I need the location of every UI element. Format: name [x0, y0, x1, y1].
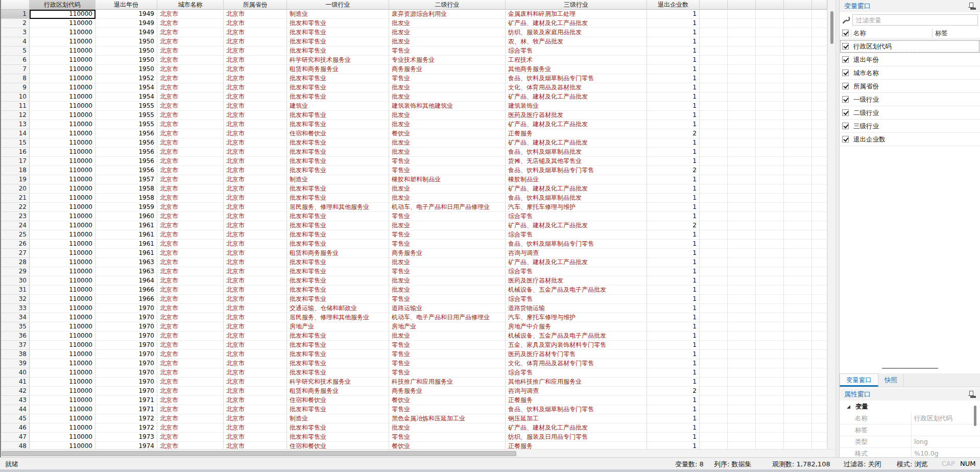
- row-number[interactable]: 42: [0, 387, 30, 396]
- cell-province[interactable]: 北京市: [224, 111, 287, 120]
- cell-industry1[interactable]: 批发和零售业: [287, 83, 389, 92]
- cell-exit_count[interactable]: 1: [647, 184, 700, 194]
- row-number[interactable]: 10: [0, 92, 30, 102]
- col-header-province[interactable]: 所属省份: [224, 0, 287, 10]
- cell-year[interactable]: 1950: [95, 56, 157, 65]
- row-number[interactable]: 32: [0, 295, 30, 304]
- cell-province[interactable]: 北京市: [224, 249, 287, 258]
- variable-row[interactable]: 行政区划代码: [840, 40, 980, 53]
- cell-industry1[interactable]: 租赁和商务服务业: [287, 249, 389, 258]
- cell-industry2[interactable]: 批发业: [389, 221, 506, 230]
- cell-industry3[interactable]: 综合零售: [506, 230, 647, 240]
- cell-province[interactable]: 北京市: [224, 295, 287, 304]
- row-number[interactable]: 41: [0, 377, 30, 387]
- cell-code[interactable]: 110000: [30, 240, 95, 249]
- cell-industry1[interactable]: 批发和零售业: [287, 19, 389, 28]
- cell-code[interactable]: 110000: [30, 157, 95, 166]
- cell-industry2[interactable]: 建筑装饰和其他建筑业: [389, 102, 506, 111]
- row-number[interactable]: 2: [0, 19, 30, 28]
- row-number[interactable]: 46: [0, 423, 30, 433]
- cell-industry2[interactable]: 批发业: [389, 258, 506, 267]
- cell-city[interactable]: 北京市: [157, 129, 224, 138]
- cell-industry2[interactable]: 房地产业: [389, 322, 506, 332]
- cell-city[interactable]: 北京市: [157, 423, 224, 433]
- cell-exit_count[interactable]: 1: [647, 396, 700, 405]
- cell-industry2[interactable]: 批发业: [389, 111, 506, 120]
- cell-exit_count[interactable]: 1: [647, 276, 700, 286]
- cell-industry3[interactable]: 食品、饮料及烟草制品专门零售: [506, 240, 647, 249]
- cell-industry2[interactable]: 零售业: [389, 405, 506, 414]
- cell-industry1[interactable]: 批发和零售业: [287, 28, 389, 37]
- row-number[interactable]: 36: [0, 332, 30, 341]
- row-number[interactable]: 22: [0, 203, 30, 212]
- cell-year[interactable]: 1956: [95, 157, 157, 166]
- cell-city[interactable]: 北京市: [157, 240, 224, 249]
- cell-year[interactable]: 1973: [95, 433, 157, 442]
- cell-province[interactable]: 北京市: [224, 433, 287, 442]
- cell-industry1[interactable]: 批发和零售业: [287, 212, 389, 221]
- select-all-checkbox[interactable]: [842, 30, 849, 36]
- cell-city[interactable]: 北京市: [157, 203, 224, 212]
- cell-year[interactable]: 1961: [95, 249, 157, 258]
- cell-city[interactable]: 北京市: [157, 28, 224, 37]
- variable-checkbox[interactable]: [842, 56, 849, 63]
- cell-year[interactable]: 1961: [95, 221, 157, 230]
- cell-code[interactable]: 110000: [30, 65, 95, 74]
- cell-exit_count[interactable]: 1: [647, 230, 700, 240]
- cell-year[interactable]: 1958: [95, 184, 157, 194]
- cell-exit_count[interactable]: 2: [647, 166, 700, 175]
- cell-province[interactable]: 北京市: [224, 276, 287, 286]
- cell-exit_count[interactable]: 1: [647, 148, 700, 157]
- cell-year[interactable]: 1954: [95, 83, 157, 92]
- cell-industry1[interactable]: 批发和零售业: [287, 157, 389, 166]
- cell-code[interactable]: 110000: [30, 74, 95, 83]
- cell-province[interactable]: 北京市: [224, 405, 287, 414]
- variable-checkbox[interactable]: [842, 83, 849, 89]
- cell-year[interactable]: 1970: [95, 350, 157, 359]
- cell-exit_count[interactable]: 1: [647, 442, 700, 449]
- cell-code[interactable]: 110000: [30, 332, 95, 341]
- row-number[interactable]: 26: [0, 240, 30, 249]
- cell-industry2[interactable]: 餐饮业: [389, 442, 506, 449]
- cell-year[interactable]: 1960: [95, 212, 157, 221]
- cell-industry1[interactable]: 租赁和商务服务业: [287, 387, 389, 396]
- cell-year[interactable]: 1949: [95, 10, 157, 19]
- cell-city[interactable]: 北京市: [157, 102, 224, 111]
- row-number[interactable]: 12: [0, 111, 30, 120]
- cell-year[interactable]: 1966: [95, 295, 157, 304]
- pin-icon[interactable]: [968, 3, 974, 10]
- cell-province[interactable]: 北京市: [224, 120, 287, 129]
- cell-industry2[interactable]: 批发业: [389, 423, 506, 433]
- cell-exit_count[interactable]: 1: [647, 92, 700, 102]
- cell-code[interactable]: 110000: [30, 350, 95, 359]
- cell-year[interactable]: 1950: [95, 37, 157, 46]
- cell-industry1[interactable]: 批发和零售业: [287, 276, 389, 286]
- cell-industry2[interactable]: 批发业: [389, 138, 506, 148]
- cell-industry3[interactable]: 其他商务服务业: [506, 65, 647, 74]
- name-column-header[interactable]: 名称: [853, 29, 866, 38]
- cell-industry2[interactable]: 废弃资源综合利用业: [389, 10, 506, 19]
- cell-exit_count[interactable]: 1: [647, 258, 700, 267]
- cell-year[interactable]: 1957: [95, 175, 157, 184]
- cell-industry3[interactable]: 道路货物运输: [506, 304, 647, 313]
- column-divider[interactable]: [932, 29, 933, 38]
- cell-code[interactable]: 110000: [30, 230, 95, 240]
- cell-city[interactable]: 北京市: [157, 359, 224, 368]
- row-number[interactable]: 47: [0, 433, 30, 442]
- cell-industry2[interactable]: 零售业: [389, 267, 506, 276]
- cell-exit_count[interactable]: 1: [647, 249, 700, 258]
- cell-city[interactable]: 北京市: [157, 249, 224, 258]
- cell-industry1[interactable]: 批发和零售业: [287, 166, 389, 175]
- cell-industry3[interactable]: 矿产品、建材及化工产品批发: [506, 92, 647, 102]
- cell-year[interactable]: 1971: [95, 396, 157, 405]
- variable-checkbox[interactable]: [842, 109, 849, 116]
- cell-industry3[interactable]: 食品、饮料及烟草制品批发: [506, 194, 647, 203]
- cell-industry2[interactable]: 零售业: [389, 240, 506, 249]
- cell-year[interactable]: 1971: [95, 405, 157, 414]
- cell-exit_count[interactable]: 1: [647, 368, 700, 377]
- cell-code[interactable]: 110000: [30, 138, 95, 148]
- cell-city[interactable]: 北京市: [157, 433, 224, 442]
- cell-industry3[interactable]: 食品、饮料及烟草制品专门零售: [506, 405, 647, 414]
- cell-year[interactable]: 1956: [95, 138, 157, 148]
- cell-industry3[interactable]: 房地产中介服务: [506, 322, 647, 332]
